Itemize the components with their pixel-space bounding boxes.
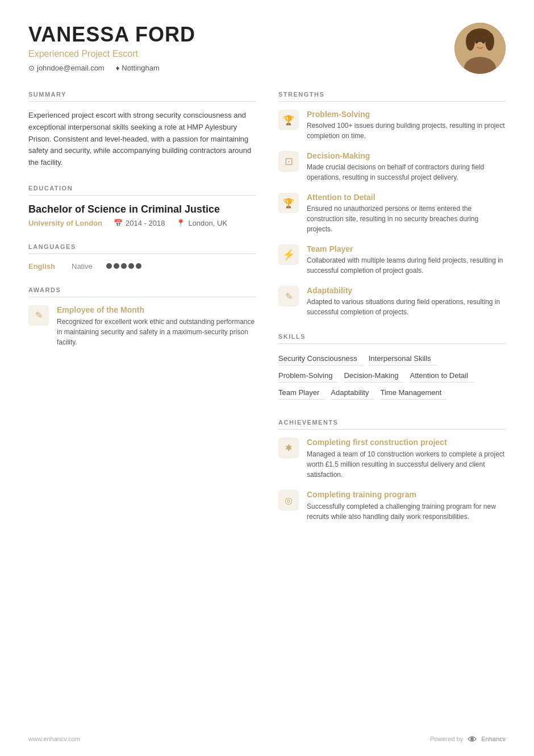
award-desc: Recognized for excellent work ethic and … [57,317,256,347]
brand-name: Enhancv [481,736,506,742]
strength-desc-3: Collaborated with multiple teams during … [307,255,506,276]
skill-2: Problem-Solving [278,369,338,383]
achievement-desc-1: Successfully completed a challenging tra… [307,501,506,522]
strength-title-0: Problem-Solving [307,110,506,119]
location-icon: ♦ [116,64,120,72]
strength-title-2: Attention to Detail [307,193,506,202]
strength-item-0: 🏆 Problem-Solving Resolved 100+ issues d… [278,110,506,141]
achievement-title-1: Completing training program [307,490,506,499]
footer: www.enhancv.com Powered by Enhancv [28,733,506,745]
achievement-desc-0: Managed a team of 10 construction worker… [307,449,506,480]
summary-section: SUMMARY Experienced project escort with … [28,91,256,169]
svg-point-8 [470,737,474,741]
achievement-item-1: ◎ Completing training program Successful… [278,490,506,522]
education-label: EDUCATION [28,185,256,196]
achievement-item-0: ✱ Completing first construction project … [278,438,506,480]
strength-item-2: 🏆 Attention to Detail Ensured no unautho… [278,193,506,234]
strength-content-1: Decision-Making Made crucial decisions o… [307,151,506,182]
edu-school: University of London [28,219,102,227]
skill-0: Security Consciousness [278,352,363,365]
languages-section: LANGUAGES English Native [28,243,256,271]
strength-icon-2: 🏆 [278,193,299,213]
two-col-layout: SUMMARY Experienced project escort with … [28,91,506,538]
strength-item-3: ⚡ Team Player Collaborated with multiple… [278,244,506,276]
header: VANESSA FORD Experienced Project Escort … [28,23,506,74]
strength-item-1: ⊡ Decision-Making Made crucial decisions… [278,151,506,182]
skill-4: Attention to Detail [410,369,474,383]
calendar-icon: 📅 [114,219,123,227]
lang-level: Native [72,262,93,271]
education-section: EDUCATION Bachelor of Science in Crimina… [28,185,256,227]
location-contact: ♦ Nottingham [116,64,160,72]
strength-title-4: Adaptability [307,286,506,295]
strength-desc-1: Made crucial decisions on behalf of cont… [307,162,506,182]
svg-point-6 [475,41,478,44]
footer-powered: Powered by Enhancv [430,733,506,745]
resume-page: VANESSA FORD Experienced Project Escort … [0,0,534,756]
dot-2 [114,263,119,269]
skill-1: Interpersonal Skills [369,352,437,365]
dot-4 [128,263,134,269]
email-contact: ⊙ johndoe@email.com [28,64,105,72]
strength-content-3: Team Player Collaborated with multiple t… [307,244,506,276]
strengths-label: STRENGTHS [278,91,506,102]
avatar [454,23,506,74]
strength-content-0: Problem-Solving Resolved 100+ issues dur… [307,110,506,141]
strengths-section: STRENGTHS 🏆 Problem-Solving Resolved 100… [278,91,506,317]
lang-name: English [28,262,62,271]
summary-text: Experienced project escort with strong s… [28,110,256,169]
achievement-icon-0: ✱ [278,438,299,458]
strength-content-4: Adaptability Adapted to various situatio… [307,286,506,317]
achievements-label: ACHIEVEMENTS [278,419,506,430]
strength-desc-4: Adapted to various situations during fie… [307,297,506,317]
proficiency-dots [106,263,141,269]
strength-title-3: Team Player [307,244,506,254]
email-icon: ⊙ [28,64,35,72]
skills-label: SKILLS [278,333,506,344]
strength-icon-1: ⊡ [278,151,299,172]
strength-title-1: Decision-Making [307,151,506,160]
dot-3 [121,263,127,269]
strength-desc-2: Ensured no unauthorized persons or items… [307,203,506,234]
powered-by-text: Powered by [430,736,463,742]
strength-icon-4: ✎ [278,286,299,306]
candidate-title: Experienced Project Escort [28,49,195,59]
strength-icon-0: 🏆 [278,110,299,130]
svg-point-7 [482,41,485,44]
award-title: Employee of the Month [57,305,256,314]
achievements-section: ACHIEVEMENTS ✱ Completing first construc… [278,419,506,522]
edu-location: 📍 London, UK [176,219,227,227]
award-icon: ✎ [28,305,49,326]
dot-5 [136,263,141,269]
svg-point-4 [466,32,475,51]
right-column: STRENGTHS 🏆 Problem-Solving Resolved 100… [278,91,506,538]
awards-label: AWARDS [28,286,256,297]
dot-1 [106,263,112,269]
enhancv-logo-icon [466,733,478,745]
left-column: SUMMARY Experienced project escort with … [28,91,256,538]
edu-row: University of London 📅 2014 - 2018 📍 Lon… [28,219,256,227]
header-left: VANESSA FORD Experienced Project Escort … [28,23,195,72]
svg-point-5 [485,32,494,51]
achievement-content-1: Completing training program Successfully… [307,490,506,522]
contact-info: ⊙ johndoe@email.com ♦ Nottingham [28,64,195,72]
skills-section: SKILLS Security Consciousness Interperso… [278,333,506,403]
skills-grid: Security Consciousness Interpersonal Ski… [278,352,506,403]
pin-icon: 📍 [176,219,185,227]
skill-7: Time Management [380,386,447,400]
edu-degree: Bachelor of Science in Criminal Justice [28,203,256,215]
language-item: English Native [28,262,256,271]
strength-desc-0: Resolved 100+ issues during building pro… [307,121,506,141]
skill-3: Decision-Making [344,369,404,383]
footer-website: www.enhancv.com [28,736,80,742]
achievement-content-0: Completing first construction project Ma… [307,438,506,480]
awards-section: AWARDS ✎ Employee of the Month Recognize… [28,286,256,347]
strength-item-4: ✎ Adaptability Adapted to various situat… [278,286,506,317]
skill-6: Adaptability [331,386,374,400]
strength-content-2: Attention to Detail Ensured no unauthori… [307,193,506,234]
achievement-icon-1: ◎ [278,490,299,510]
edu-years: 📅 2014 - 2018 [114,219,165,227]
skill-5: Team Player [278,386,325,400]
summary-label: SUMMARY [28,91,256,102]
achievement-title-0: Completing first construction project [307,438,506,447]
